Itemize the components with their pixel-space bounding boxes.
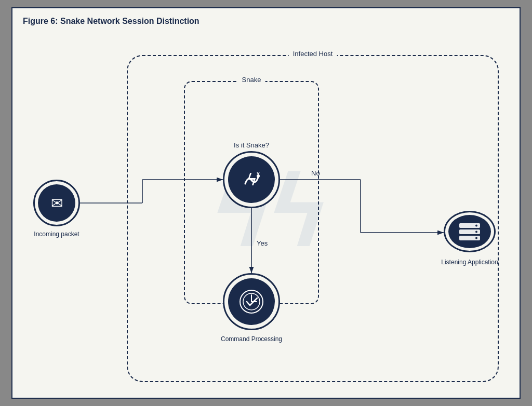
figure-title: Figure 6: Snake Network Session Distinct… [18,13,514,29]
snake-icon: ϟ [237,166,266,194]
svg-point-20 [475,225,477,227]
command-outer-ring [223,273,280,330]
listening-application-label: Listening Application [428,259,511,266]
command-processing-label: Command Processing [205,335,298,343]
svg-point-21 [475,231,477,233]
diagram-area: ϟϟ Infected Host Snake [18,34,514,393]
command-icon [237,288,266,316]
figure-container: Figure 6: Snake Network Session Distinct… [11,7,521,399]
listening-inner-circle [448,215,491,248]
svg-point-10 [257,174,260,178]
yes-label: Yes [257,239,268,247]
snake-box-label: Snake [238,76,265,84]
listening-node [444,211,496,252]
infected-host-label: Infected Host [289,50,337,58]
listening-outer-ring [444,211,496,252]
snake-outer-ring: ϟ [223,151,280,208]
incoming-outer-ring: ✉ [33,180,80,226]
incoming-inner-circle: ✉ [38,184,75,222]
listening-icon [457,221,483,242]
incoming-packet-label: Incoming packet [28,231,85,238]
snake-inner-circle: ϟ [228,156,275,203]
command-processing-node [223,273,280,330]
incoming-packet-node: ✉ [33,180,80,226]
no-label: No [311,169,320,177]
is-snake-question: Is it Snake? [220,141,283,150]
svg-point-22 [475,237,477,239]
snake-node: ϟ [223,151,280,208]
envelope-icon: ✉ [51,195,63,212]
svg-line-12 [258,172,259,174]
command-inner-circle [228,278,275,325]
